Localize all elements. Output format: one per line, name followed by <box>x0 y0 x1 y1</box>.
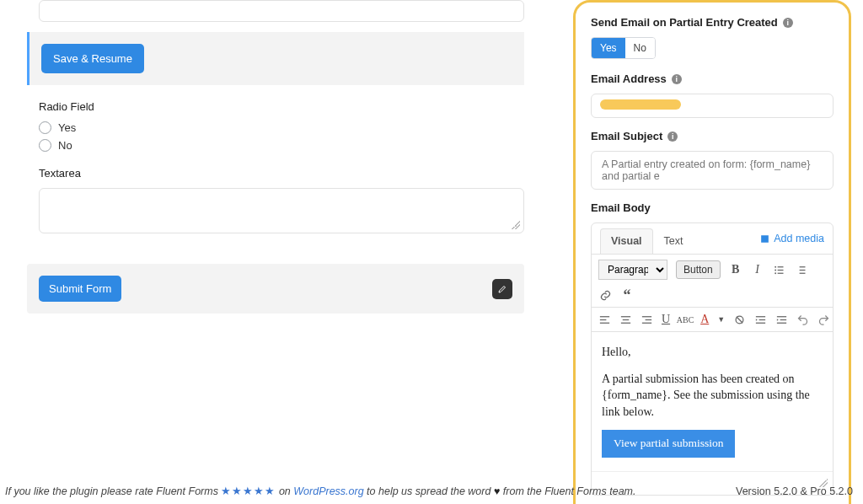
redacted-email-icon <box>600 99 681 110</box>
version-label: Version 5.2.0 & Pro 5.2.0 <box>736 485 853 497</box>
save-resume-bar: Save & Resume <box>27 32 524 85</box>
setting-heading-created: Send Email on Partial Entry Created i <box>591 16 834 29</box>
tab-visual[interactable]: Visual <box>600 228 653 254</box>
heart-icon: ♥ <box>494 485 500 497</box>
editor-toolbar-2: U ABC A ▼ <box>592 308 833 332</box>
svg-rect-13 <box>623 319 630 319</box>
italic-icon[interactable]: I <box>751 263 764 276</box>
pencil-icon <box>497 284 507 294</box>
footer-tail: from the Fluent Forms team. <box>503 485 636 497</box>
redo-icon[interactable] <box>817 313 830 326</box>
rich-editor: Visual Text Add media Paragraph Button B… <box>591 223 834 496</box>
editor-body[interactable]: Hello, A partial submission has been cre… <box>592 332 833 471</box>
svg-rect-16 <box>646 319 652 319</box>
text-color-dropdown-icon[interactable]: ▼ <box>717 313 725 326</box>
abc-strike-icon[interactable]: ABC <box>678 313 692 326</box>
radio-option-yes[interactable]: Yes <box>39 121 524 134</box>
align-right-icon[interactable] <box>641 313 653 326</box>
align-left-icon[interactable] <box>598 313 611 326</box>
wordpress-link[interactable]: WordPress.org <box>293 485 363 497</box>
svg-point-2 <box>775 269 776 271</box>
number-list-icon[interactable] <box>795 263 808 276</box>
svg-point-0 <box>775 265 776 267</box>
info-icon[interactable]: i <box>667 131 678 142</box>
svg-rect-9 <box>600 316 609 317</box>
quote-icon[interactable]: “ <box>620 288 634 302</box>
add-media-button[interactable]: Add media <box>759 233 824 249</box>
bold-icon[interactable]: B <box>729 263 742 276</box>
svg-rect-17 <box>642 322 651 323</box>
indent-icon[interactable] <box>775 313 788 326</box>
svg-rect-10 <box>600 319 607 319</box>
radio-option-no[interactable]: No <box>39 139 524 152</box>
svg-rect-22 <box>780 319 787 319</box>
save-resume-button[interactable]: Save & Resume <box>41 44 144 73</box>
body-greeting: Hello, <box>602 344 823 361</box>
svg-rect-5 <box>778 272 784 273</box>
textarea-label: Textarea <box>39 167 524 180</box>
email-settings-card: Send Email on Partial Entry Created i Ye… <box>573 0 851 504</box>
radio-field-label: Radio Field <box>39 100 524 113</box>
text-color-icon[interactable]: A <box>700 313 709 326</box>
align-center-icon[interactable] <box>619 313 632 326</box>
tab-text[interactable]: Text <box>653 228 694 254</box>
body-line: A partial submission has been created on… <box>602 371 823 421</box>
svg-rect-6 <box>800 266 806 267</box>
setting-heading-email: Email Address i <box>591 72 834 85</box>
textarea-input[interactable] <box>39 188 524 233</box>
svg-rect-21 <box>777 316 786 317</box>
prev-field-box <box>39 0 524 22</box>
bullet-list-icon[interactable] <box>773 263 786 276</box>
outdent-icon[interactable] <box>754 313 767 326</box>
clear-format-icon[interactable] <box>733 313 746 326</box>
view-submission-button[interactable]: View partial submission <box>602 430 735 458</box>
toggle-yes[interactable]: Yes <box>592 38 625 58</box>
star-rating-icon[interactable]: ★★★★★ <box>221 485 276 497</box>
footer-post: to help us spread the word <box>367 485 494 497</box>
svg-rect-20 <box>756 322 765 323</box>
svg-rect-23 <box>777 322 786 323</box>
radio-icon <box>39 121 51 134</box>
setting-heading-body: Email Body <box>591 201 834 214</box>
link-icon[interactable] <box>598 288 612 302</box>
footer-pre: If you like the plugin please rate Fluen… <box>5 485 221 497</box>
footer-on: on <box>279 485 293 497</box>
submit-bar: Submit Form <box>27 264 524 314</box>
info-icon[interactable]: i <box>672 74 682 84</box>
svg-rect-1 <box>778 266 784 267</box>
editor-toolbar-1: Paragraph Button B I “ <box>592 255 833 308</box>
svg-rect-14 <box>621 322 630 323</box>
svg-rect-18 <box>756 316 765 317</box>
svg-rect-7 <box>800 269 806 270</box>
plugin-footer: If you like the plugin please rate Fluen… <box>5 485 853 497</box>
svg-rect-19 <box>759 319 766 319</box>
svg-rect-11 <box>600 322 609 323</box>
svg-rect-3 <box>778 269 784 270</box>
svg-rect-12 <box>621 316 630 317</box>
svg-rect-15 <box>642 316 651 317</box>
block-format-select[interactable]: Paragraph <box>598 260 667 280</box>
info-icon[interactable]: i <box>783 18 793 28</box>
media-icon <box>759 233 770 244</box>
email-address-input[interactable] <box>591 94 834 118</box>
toggle-no[interactable]: No <box>625 38 655 58</box>
submit-button[interactable]: Submit Form <box>39 276 121 302</box>
radio-option-label: Yes <box>58 121 76 134</box>
edit-button[interactable] <box>492 279 512 299</box>
toggle-created[interactable]: Yes No <box>591 37 656 59</box>
insert-button-button[interactable]: Button <box>676 260 721 279</box>
setting-heading-subject: Email Subject i <box>591 130 834 142</box>
email-subject-input[interactable]: A Partial entry created on form: {form_n… <box>591 151 834 190</box>
radio-icon <box>39 139 51 152</box>
svg-rect-8 <box>800 272 806 273</box>
underline-icon[interactable]: U <box>662 313 670 326</box>
svg-point-4 <box>775 272 776 274</box>
radio-option-label: No <box>58 139 72 152</box>
undo-icon[interactable] <box>796 313 809 326</box>
